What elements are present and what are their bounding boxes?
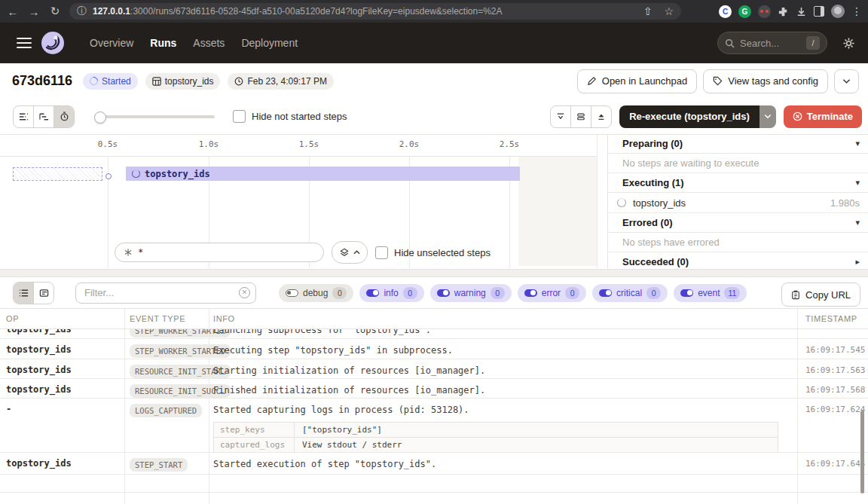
status-section-title: Executing (1): [622, 177, 684, 188]
extension-robot-icon[interactable]: [758, 5, 771, 18]
log-filter-input[interactable]: [75, 283, 256, 304]
metadata-key: step_keys: [214, 423, 295, 437]
view-flat-button[interactable]: [14, 106, 34, 127]
step-selection-input[interactable]: *: [115, 243, 324, 262]
reexecute-button[interactable]: Re-execute (topstory_ids): [619, 105, 760, 128]
info-text: Started execution of step "topstory_ids"…: [213, 459, 790, 469]
reexecute-dropdown-button[interactable]: [760, 105, 776, 128]
search-input[interactable]: Search... /: [717, 32, 827, 54]
hamburger-menu-icon[interactable]: [17, 35, 32, 51]
extension-g-icon[interactable]: G: [738, 5, 751, 18]
event-type-chip: LOGS_CAPTURED: [130, 404, 202, 417]
level-toggle-info[interactable]: info0: [359, 284, 423, 302]
settings-gear-icon[interactable]: [842, 37, 855, 50]
address-bar[interactable]: ⓘ 127.0.0.1 :3000/runs/673d6116-0528-45d…: [69, 3, 681, 20]
toggle-switch-icon: [680, 289, 693, 297]
table-row[interactable]: topstory_idsSTEP_STARTStarted execution …: [0, 453, 868, 475]
log-structured-view-button[interactable]: [34, 283, 53, 304]
metadata-link[interactable]: View stdout / stderr: [295, 438, 409, 452]
table-row[interactable]: -LOGS_CAPTUREDStarted capturing logs in …: [0, 399, 868, 453]
hide-not-started-checkbox[interactable]: [233, 110, 246, 123]
view-waterfall-button[interactable]: [34, 106, 54, 127]
browser-forward-icon[interactable]: →: [26, 5, 42, 18]
log-table: OP EVENT TYPE INFO TIMESTAMP topstory_id…: [0, 309, 868, 504]
level-toggle-debug[interactable]: debug0: [279, 284, 353, 302]
cell-op: topstory_ids: [6, 329, 72, 334]
slider-knob[interactable]: [94, 111, 106, 124]
job-chip[interactable]: topstory_ids: [145, 73, 221, 90]
status-section-header[interactable]: Preparing (0)▾: [608, 134, 868, 154]
nav-item-overview[interactable]: Overview: [81, 32, 142, 53]
slider-track: [94, 115, 215, 118]
table-row[interactable]: topstory_idsSTEP_WORKER_STARTI…Launching…: [0, 329, 868, 339]
gantt-step-bar[interactable]: topstory_ids: [126, 166, 520, 181]
level-toggle-error[interactable]: error0: [518, 284, 586, 302]
toggle-switch-icon: [524, 289, 537, 297]
cell-op: topstory_ids: [6, 458, 72, 469]
collapse-up-button[interactable]: [591, 106, 611, 127]
hide-unselected-checkbox[interactable]: [375, 246, 388, 259]
level-label: info: [384, 288, 398, 298]
share-icon[interactable]: ⇧: [643, 6, 653, 17]
hide-unselected-control[interactable]: Hide unselected steps: [375, 246, 491, 259]
metadata-key: captured_logs: [214, 438, 295, 452]
level-toggle-event[interactable]: event11: [674, 284, 747, 302]
step-status-panel: Preparing (0)▾No steps are waiting to ex…: [607, 134, 868, 269]
table-row[interactable]: topstory_idsRESOURCE_INIT_STAR…Starting …: [0, 359, 868, 379]
reading-list-icon[interactable]: [814, 6, 824, 17]
chevron-down-icon[interactable]: ▾: [855, 139, 860, 148]
reexecute-split-button[interactable]: Re-execute (topstory_ids): [619, 105, 776, 128]
copy-url-button[interactable]: Copy URL: [781, 283, 860, 307]
more-actions-button[interactable]: [834, 69, 859, 93]
extension-c-icon[interactable]: C: [719, 5, 732, 18]
nav-item-assets[interactable]: Assets: [185, 32, 233, 53]
status-step-row[interactable]: topstory_ids1.980s: [608, 193, 868, 213]
open-in-launchpad-button[interactable]: Open in Launchpad: [577, 69, 697, 93]
level-toggle-warning[interactable]: warning0: [430, 284, 512, 302]
info-text: Started capturing logs in process (pid: …: [213, 405, 790, 415]
gantt-connector-dot: [105, 173, 112, 179]
browser-back-icon[interactable]: ←: [5, 5, 21, 18]
status-section-header[interactable]: Errored (0)▾: [608, 213, 868, 233]
extensions-puzzle-icon[interactable]: [778, 6, 789, 17]
status-section-header[interactable]: Succeeded (0)▸: [608, 252, 868, 269]
status-section-title: Succeeded (0): [622, 256, 689, 267]
info-text: Executing step "topstory_ids" in subproc…: [213, 345, 790, 356]
status-section-header[interactable]: Executing (1)▾: [608, 173, 868, 193]
view-timed-button[interactable]: [54, 106, 74, 127]
run-status-badge: Started: [83, 73, 138, 90]
nav-item-runs[interactable]: Runs: [142, 32, 185, 53]
log-scrollbar-thumb[interactable]: [860, 411, 864, 493]
selection-options-button[interactable]: [332, 241, 368, 264]
table-row[interactable]: topstory_idsRESOURCE_INIT_SUCC…Finished …: [0, 379, 868, 399]
zoom-slider[interactable]: [94, 111, 215, 122]
downloads-icon[interactable]: [796, 6, 807, 17]
log-filter-field[interactable]: ✕: [75, 283, 256, 304]
site-info-icon[interactable]: ⓘ: [77, 5, 87, 18]
chevron-down-icon[interactable]: ▾: [855, 218, 860, 228]
level-count-badge: 0: [491, 287, 505, 299]
step-name[interactable]: topstory_ids: [633, 197, 686, 209]
collapse-down-button[interactable]: [551, 106, 571, 127]
nav-item-deployment[interactable]: Deployment: [233, 32, 306, 53]
view-tags-config-button[interactable]: View tags and config: [703, 69, 828, 93]
table-row[interactable]: topstory_idsSTEP_WORKER_STARTEDExecuting…: [0, 339, 868, 359]
browser-profile-avatar[interactable]: [831, 5, 845, 18]
pencil-icon: [587, 76, 597, 86]
level-toggle-critical[interactable]: critical0: [592, 284, 668, 302]
metadata-row: captured_logsView stdout / stderr: [214, 438, 778, 452]
panel-splitter[interactable]: [0, 269, 868, 277]
bookmark-star-icon[interactable]: ☆: [664, 6, 674, 17]
chevron-down-icon[interactable]: ▾: [855, 178, 860, 188]
clear-filter-icon[interactable]: ✕: [239, 287, 250, 298]
log-list-view-button[interactable]: [14, 283, 34, 304]
dagster-logo[interactable]: [41, 31, 65, 55]
metadata-table: step_keys["topstory_ids"]captured_logsVi…: [213, 422, 778, 453]
rows-button[interactable]: [571, 106, 591, 127]
browser-menu-icon[interactable]: ⋮: [851, 6, 862, 17]
chevron-right-icon[interactable]: ▸: [855, 257, 860, 267]
hide-not-started-control[interactable]: Hide not started steps: [233, 110, 347, 123]
terminate-button[interactable]: Terminate: [784, 105, 862, 128]
browser-reload-icon[interactable]: ↻: [47, 5, 63, 18]
cell-event-type: STEP_START: [130, 457, 188, 472]
